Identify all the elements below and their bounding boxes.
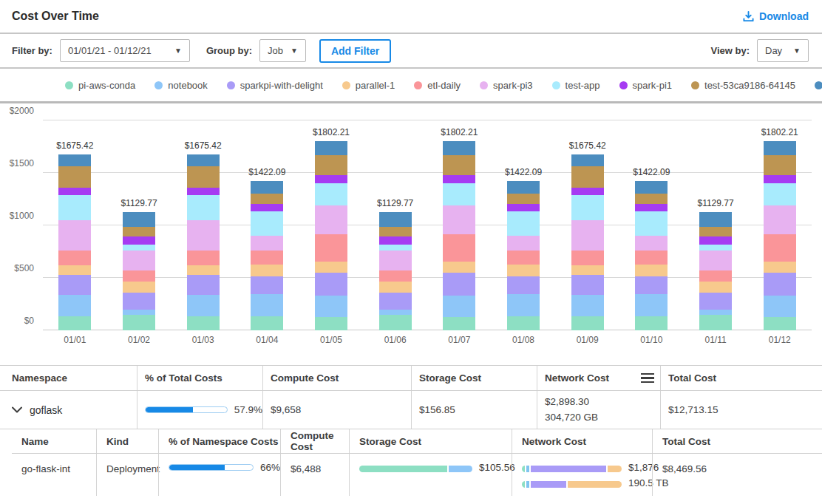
bar-segment-spark-pi1[interactable] [699,236,732,245]
bar-segment-parallel-1[interactable] [635,265,668,276]
bar-segment-sparkpi-with-delight[interactable] [315,273,347,296]
bar-segment-parallel-1[interactable] [699,282,732,293]
bar-segment-parallel-1[interactable] [187,265,220,274]
bar-column-01/05[interactable]: $1802.21 [299,76,364,330]
bar-segment-etl-daily[interactable] [443,234,475,262]
bar-segment-test-pkix[interactable] [315,141,347,155]
bar-column-01/03[interactable]: $1675.42 [171,76,235,330]
bar-segment-pi-aws-conda[interactable] [315,317,347,330]
bar-segment-parallel-1[interactable] [58,265,91,274]
bar-segment-etl-daily[interactable] [123,270,155,281]
bar-segment-test-pkix[interactable] [58,154,91,166]
bar-segment-sparkpi-with-delight[interactable] [187,275,220,295]
bar-segment-test-app[interactable] [58,195,91,220]
bar-segment-notebook[interactable] [58,295,91,317]
bar-segment-test-53ca9186-64145[interactable] [251,194,283,204]
bar-segment-spark-pi3[interactable] [187,220,220,250]
bar-segment-test-53ca9186-64145[interactable] [571,166,604,188]
bar-segment-etl-daily[interactable] [699,270,732,281]
bar-segment-pi-aws-conda[interactable] [635,316,668,330]
bar-segment-test-53ca9186-64145[interactable] [443,155,475,175]
bar-segment-sparkpi-with-delight[interactable] [507,276,540,294]
bar-segment-pi-aws-conda[interactable] [443,317,475,330]
bar-segment-parallel-1[interactable] [443,262,475,273]
bar-segment-etl-daily[interactable] [635,251,668,265]
bar-segment-spark-pi3[interactable] [635,236,668,250]
bar-segment-sparkpi-with-delight[interactable] [699,293,732,310]
bar-segment-etl-daily[interactable] [571,251,604,265]
bar-segment-test-pkix[interactable] [507,181,540,193]
bar-segment-sparkpi-with-delight[interactable] [251,276,283,294]
bar-segment-etl-daily[interactable] [764,234,796,262]
download-button[interactable]: Download [743,10,809,22]
bar-column-01/08[interactable]: $1422.09 [492,76,556,330]
bar-segment-test-app[interactable] [379,245,412,251]
bar-segment-spark-pi1[interactable] [635,204,668,212]
bar-column-01/01[interactable]: $1675.42 [43,76,107,330]
bar-segment-spark-pi3[interactable] [379,251,412,270]
bar-column-01/04[interactable]: $1422.09 [235,76,299,330]
bar-segment-test-pkix[interactable] [379,212,412,227]
bar-segment-parallel-1[interactable] [764,262,796,273]
bar-segment-test-53ca9186-64145[interactable] [315,155,347,175]
bar-segment-notebook[interactable] [699,310,732,315]
bar-segment-parallel-1[interactable] [315,262,347,273]
bar-segment-spark-pi1[interactable] [251,204,283,212]
bar-segment-notebook[interactable] [187,295,220,317]
bar-segment-spark-pi3[interactable] [571,220,604,250]
bar-segment-spark-pi3[interactable] [251,236,283,250]
bar-segment-test-app[interactable] [187,195,220,220]
column-menu-icon[interactable] [641,373,654,384]
bar-segment-etl-daily[interactable] [315,234,347,262]
bar-column-01/10[interactable]: $1422.09 [619,76,684,330]
bar-segment-notebook[interactable] [443,296,475,316]
bar-segment-test-pkix[interactable] [187,154,220,166]
bar-segment-pi-aws-conda[interactable] [123,315,155,330]
bar-segment-test-pkix[interactable] [764,141,796,155]
bar-segment-spark-pi3[interactable] [123,251,155,270]
group-by-select[interactable]: Job ▼ [259,39,306,62]
bar-segment-test-pkix[interactable] [443,141,475,155]
bar-segment-test-app[interactable] [443,183,475,206]
bar-segment-spark-pi1[interactable] [187,188,220,196]
bar-segment-test-app[interactable] [635,211,668,236]
bar-column-01/02[interactable]: $1129.77 [107,76,171,330]
bar-segment-spark-pi1[interactable] [379,236,412,245]
bar-segment-pi-aws-conda[interactable] [187,316,220,330]
view-by-select[interactable]: Day ▼ [757,39,809,62]
date-range-select[interactable]: 01/01/21 - 01/12/21 ▼ [60,39,190,62]
bar-column-01/12[interactable]: $1802.21 [747,76,812,330]
bar-segment-spark-pi3[interactable] [315,205,347,234]
bar-segment-pi-aws-conda[interactable] [251,316,283,330]
bar-segment-test-app[interactable] [251,211,283,236]
bar-segment-pi-aws-conda[interactable] [379,315,412,330]
bar-segment-test-pkix[interactable] [251,181,283,193]
bar-segment-test-pkix[interactable] [571,154,604,166]
bar-segment-spark-pi1[interactable] [315,175,347,183]
bar-segment-notebook[interactable] [123,310,155,315]
bar-segment-notebook[interactable] [379,310,412,315]
table-row-go-flask-int[interactable]: go-flask-int Deployment 66% $6,488 $105.… [12,454,822,496]
add-filter-button[interactable]: Add Filter [319,39,391,63]
bar-segment-test-app[interactable] [123,245,155,251]
bar-segment-notebook[interactable] [315,296,347,316]
bar-segment-parallel-1[interactable] [379,282,412,293]
bar-segment-test-pkix[interactable] [635,181,668,193]
bar-segment-parallel-1[interactable] [507,265,540,276]
bar-segment-test-app[interactable] [315,183,347,206]
bar-segment-parallel-1[interactable] [571,265,604,274]
bar-segment-test-app[interactable] [507,211,540,236]
bar-segment-notebook[interactable] [507,294,540,316]
bar-segment-etl-daily[interactable] [251,251,283,265]
bar-segment-spark-pi1[interactable] [507,204,540,212]
bar-segment-etl-daily[interactable] [507,251,540,265]
bar-segment-test-53ca9186-64145[interactable] [379,227,412,236]
bar-segment-test-53ca9186-64145[interactable] [507,194,540,204]
collapse-chevron-icon[interactable] [12,406,22,413]
bar-segment-test-app[interactable] [571,195,604,220]
bar-segment-test-app[interactable] [699,245,732,251]
bar-segment-etl-daily[interactable] [58,251,91,265]
bar-segment-sparkpi-with-delight[interactable] [443,273,475,296]
bar-segment-test-53ca9186-64145[interactable] [123,227,155,236]
bar-segment-spark-pi3[interactable] [764,205,796,234]
